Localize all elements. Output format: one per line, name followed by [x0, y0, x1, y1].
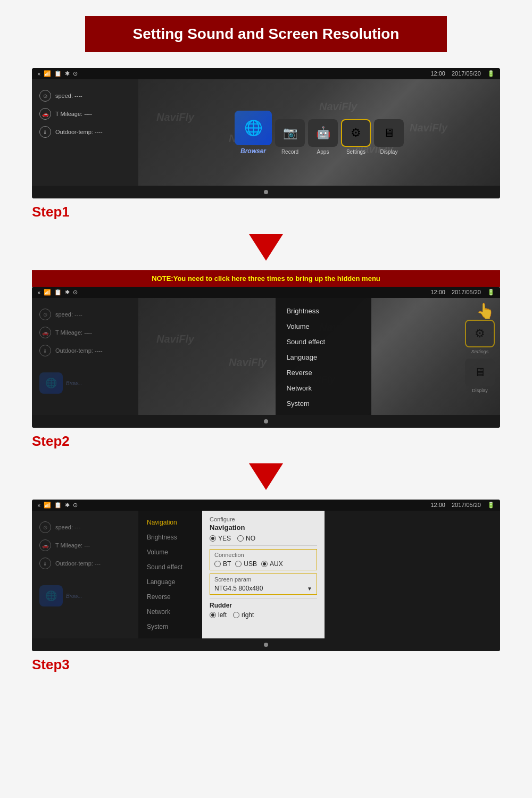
browser-app[interactable]: 🌐 Browser	[235, 111, 272, 155]
speed-row-2: ⊙ speed: ----	[39, 309, 131, 320]
apps-app[interactable]: 🤖 Apps	[308, 119, 338, 155]
settings-app[interactable]: ⚙ Settings	[341, 119, 371, 155]
status-icons-1: × 📶 📋 ✱ ⊙	[37, 70, 78, 77]
temp-icon-3: 🌡	[39, 558, 51, 569]
battery-icon-3: 🔋	[487, 502, 495, 509]
apps-icon: 🤖	[308, 119, 338, 147]
speed-label-2: speed: ----	[55, 311, 82, 318]
settings-label: Settings	[346, 149, 365, 155]
time-date-2: 12:00 2017/05/20 🔋	[430, 289, 495, 296]
menu-sound-effect[interactable]: Sound effect	[276, 334, 371, 350]
record-icon: 📷	[275, 119, 305, 147]
no-option[interactable]: NO	[237, 535, 255, 542]
left-panel-3: ⊙ speed: --- 🚗 T Mileage: --- 🌡 Outdoor-…	[32, 511, 138, 638]
menu-system[interactable]: System	[276, 396, 371, 411]
browser-mini: 🌐	[39, 372, 63, 394]
screen-param-label: Screen param	[214, 576, 312, 583]
settings-menu: Brightness Volume Sound effect Language …	[276, 298, 371, 415]
apps-label: Apps	[317, 149, 329, 155]
arrow-down-2	[249, 463, 283, 490]
temp-label-3: Outdoor-temp: ---	[55, 560, 101, 567]
menu-brightness[interactable]: Brightness	[276, 303, 371, 319]
no-radio[interactable]	[237, 535, 244, 542]
watermark-5: NaviFly	[410, 122, 447, 134]
browser-icon: 🌐	[235, 111, 272, 145]
watermark-7: NaviFly	[229, 356, 267, 369]
speed-label-3: speed: ---	[55, 524, 80, 530]
browser-mini-3: 🌐	[39, 585, 63, 606]
mileage-label-2: T Mileage: ----	[55, 329, 92, 336]
menu-volume[interactable]: Volume	[276, 319, 371, 334]
phone-icon: 📋	[54, 70, 62, 77]
speed-icon-2: ⊙	[39, 309, 51, 320]
wifi-icon-3: 📶	[44, 502, 51, 509]
mileage-label: T Mileage: ----	[55, 111, 92, 117]
menu-item-language-3[interactable]: Language	[138, 575, 202, 589]
time-3: 12:00	[430, 502, 445, 509]
close-icon-3: ×	[37, 502, 40, 509]
usb-label: USB	[244, 560, 257, 568]
left-radio[interactable]	[210, 612, 216, 618]
car-icon-2: 🚗	[39, 327, 51, 338]
watermark-1: NaviFly	[156, 111, 194, 123]
page-title: Setting Sound and Screen Resolution	[85, 16, 447, 52]
menu-version[interactable]: Version	[276, 411, 371, 415]
no-label: NO	[246, 535, 255, 542]
display-icon: 🖥	[374, 119, 404, 147]
bt-label: BT	[223, 560, 231, 568]
status-bar-1: × 📶 📋 ✱ ⊙ 12:00 2017/05/20 🔋	[32, 68, 500, 79]
date-3: 2017/05/20	[452, 502, 481, 509]
display-app[interactable]: 🖥 Display	[374, 119, 404, 155]
aux-radio[interactable]	[261, 561, 268, 567]
aux-option[interactable]: AUX	[261, 560, 283, 568]
menu-network[interactable]: Network	[276, 380, 371, 396]
speed-row: ⊙ speed: ----	[39, 90, 131, 102]
yes-option[interactable]: YES	[210, 535, 231, 542]
config-section-title: Configure	[210, 516, 317, 522]
center-panel-1: NaviFly NaviFly NaviFly NaviFly NaviFly …	[138, 79, 500, 186]
bt-icon-2: ✱	[65, 289, 70, 296]
status-icons-3: × 📶 📋 ✱ ⊙	[37, 502, 78, 509]
display-right-label: Display	[472, 388, 488, 393]
usb-option[interactable]: USB	[235, 560, 257, 568]
dropdown-arrow[interactable]: ▼	[307, 586, 312, 592]
mileage-row-2: 🚗 T Mileage: ----	[39, 327, 131, 338]
phone-icon-3: 📋	[54, 502, 62, 509]
menu-item-navigation[interactable]: Navigation	[138, 515, 202, 530]
browser-label: Browser	[240, 147, 266, 155]
menu-item-reverse-3[interactable]: Reverse	[138, 589, 202, 604]
touch-icon: 👆	[476, 302, 495, 320]
record-app[interactable]: 📷 Record	[275, 119, 305, 155]
usb-radio[interactable]	[235, 561, 242, 567]
menu-reverse[interactable]: Reverse	[276, 365, 371, 380]
right-radio[interactable]	[233, 612, 239, 618]
connection-label: Connection	[214, 552, 312, 558]
menu-item-sound-3[interactable]: Sound effect	[138, 560, 202, 575]
mileage-row: 🚗 T Mileage: ----	[39, 108, 131, 120]
left-panel-1: ⊙ speed: ---- 🚗 T Mileage: ---- 🌡 Outdoo…	[32, 79, 138, 186]
step3-label: Step3	[32, 656, 70, 673]
screen3-content: ⊙ speed: --- 🚗 T Mileage: --- 🌡 Outdoor-…	[32, 511, 500, 638]
bt-radio[interactable]	[214, 561, 221, 567]
speed-icon-3: ⊙	[39, 521, 51, 533]
yes-label: YES	[218, 535, 231, 542]
yes-radio[interactable]	[210, 535, 216, 542]
yes-no-row: YES NO	[210, 535, 317, 542]
menu-language[interactable]: Language	[276, 350, 371, 365]
menu-item-volume-3[interactable]: Volume	[138, 545, 202, 560]
menu-item-system-3[interactable]: System	[138, 619, 202, 634]
car-icon-3: 🚗	[39, 539, 51, 551]
status-icons-2: × 📶 📋 ✱ ⊙	[37, 289, 78, 296]
display-icon-right: 🖥	[465, 359, 495, 386]
right-option[interactable]: right	[233, 611, 254, 619]
menu-item-brightness-3[interactable]: Brightness	[138, 530, 202, 545]
date-2: 2017/05/20	[452, 289, 481, 296]
left-option[interactable]: left	[210, 611, 227, 619]
speed-row-3: ⊙ speed: ---	[39, 521, 131, 533]
menu-item-network-3[interactable]: Network	[138, 604, 202, 619]
bt-option[interactable]: BT	[214, 560, 231, 568]
temp-icon-2: 🌡	[39, 345, 51, 356]
date-1: 2017/05/20	[452, 70, 481, 77]
arrow-1	[32, 234, 500, 261]
settings-icon: ⚙	[341, 119, 371, 147]
